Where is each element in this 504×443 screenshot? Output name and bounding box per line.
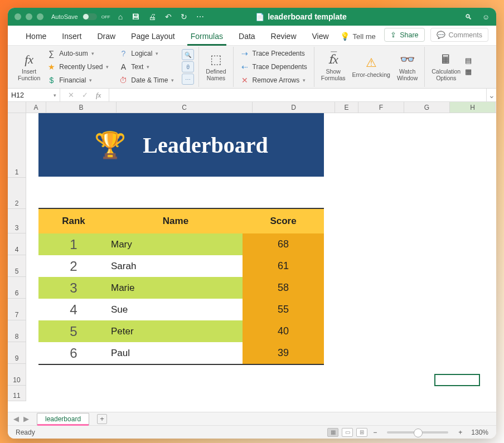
tab-home[interactable]: Home <box>18 32 54 45</box>
error-checking-button[interactable]: ⚠ Error-checking <box>350 56 392 78</box>
cell-name[interactable]: Marie <box>109 283 243 294</box>
sheet-nav-prev[interactable]: ◀ <box>11 415 21 423</box>
tab-review[interactable]: Review <box>263 32 304 45</box>
remove-arrows-button[interactable]: ✕Remove Arrows▾ <box>238 74 309 86</box>
zoom-level[interactable]: 130% <box>471 429 488 436</box>
column-header-H[interactable]: H <box>450 102 496 113</box>
cell-score[interactable]: 55 <box>243 299 324 320</box>
search-icon[interactable]: 🔍︎ <box>465 13 472 21</box>
cell-rank[interactable]: 4 <box>38 302 109 318</box>
row-header-6[interactable]: 6 <box>8 277 26 299</box>
cell-name[interactable]: Sue <box>109 304 243 315</box>
tab-view[interactable]: View <box>304 32 337 45</box>
cells-area[interactable]: 🏆 Leaderboard Rank Name Score 1Mary682Sa… <box>26 113 496 412</box>
app-window: AutoSave OFF ⌂ 💾︎ 🖨︎ ↶ ↻ ⋯ 📄 leaderboard… <box>8 8 496 439</box>
row-header-1[interactable]: 1 <box>8 113 26 178</box>
tab-page-layout[interactable]: Page Layout <box>123 32 183 45</box>
cell-score[interactable]: 39 <box>243 342 324 364</box>
page-break-view-button[interactable]: ⊞ <box>356 428 367 437</box>
cell-score[interactable]: 40 <box>243 320 324 342</box>
tab-formulas[interactable]: Formulas <box>183 32 231 45</box>
select-all-corner[interactable] <box>8 102 26 113</box>
cell-rank[interactable]: 5 <box>38 324 109 339</box>
column-header-G[interactable]: G <box>404 102 450 113</box>
cell-rank[interactable]: 3 <box>38 280 109 296</box>
show-formulas-button[interactable]: f̅x Show Formulas <box>319 52 348 81</box>
calc-now-button[interactable]: ▤ <box>465 56 475 66</box>
zoom-out-button[interactable]: − <box>371 429 379 436</box>
text-label: Text <box>131 63 143 71</box>
cell-rank[interactable]: 6 <box>38 345 109 361</box>
column-header-B[interactable]: B <box>46 102 117 113</box>
row-header-3[interactable]: 3 <box>8 209 26 233</box>
close-window-button[interactable] <box>14 13 21 20</box>
tell-me-search[interactable]: 💡 Tell me <box>340 32 376 45</box>
star-icon: ★ <box>47 62 56 71</box>
home-icon[interactable]: ⌂ <box>118 12 123 21</box>
date-time-button[interactable]: ⏱Date & Time▾ <box>117 74 176 86</box>
lookup-button[interactable]: 🔍 <box>182 49 194 60</box>
cancel-formula-icon[interactable]: ✕ <box>68 91 74 99</box>
minimize-window-button[interactable] <box>26 13 32 20</box>
insert-function-button[interactable]: fx Insert Function <box>16 52 42 81</box>
row-header-8[interactable]: 8 <box>8 320 26 342</box>
sheet-nav-next[interactable]: ▶ <box>21 415 31 423</box>
comments-button[interactable]: 💬 Comments <box>430 28 488 42</box>
chevron-down-icon: ▾ <box>156 51 158 56</box>
zoom-in-button[interactable]: + <box>456 429 464 436</box>
expand-formula-bar[interactable]: ⌄ <box>486 89 496 101</box>
fx-icon[interactable]: fx <box>96 91 101 100</box>
name-box[interactable]: H12 ▾ <box>8 89 60 101</box>
share-button[interactable]: ⇪ Share <box>384 28 424 42</box>
cell-name[interactable]: Peter <box>109 326 243 337</box>
trace-dependents-button[interactable]: ⇠Trace Dependents <box>238 61 309 73</box>
cell-name[interactable]: Sarah <box>109 261 243 272</box>
row-header-2[interactable]: 2 <box>8 178 26 209</box>
tab-data[interactable]: Data <box>231 32 263 45</box>
cell-score[interactable]: 68 <box>243 233 324 255</box>
text-button[interactable]: AText▾ <box>117 61 176 73</box>
chevron-down-icon: ▾ <box>91 51 94 56</box>
table-row: 2Sarah61 <box>38 255 324 277</box>
row-header-9[interactable]: 9 <box>8 342 26 364</box>
column-header-F[interactable]: F <box>358 102 404 113</box>
defined-names-button[interactable]: ⬚ Defined Names <box>203 52 228 81</box>
row-header-5[interactable]: 5 <box>8 255 26 277</box>
autosum-button[interactable]: ∑Auto-sum▾ <box>45 47 111 60</box>
logical-button[interactable]: ?Logical▾ <box>117 47 176 60</box>
tab-draw[interactable]: Draw <box>89 32 123 45</box>
calc-sheet-button[interactable]: ▦ <box>465 67 475 77</box>
tab-insert[interactable]: Insert <box>54 32 89 45</box>
cell-name[interactable]: Mary <box>109 239 243 250</box>
autosave-toggle[interactable]: AutoSave OFF <box>51 13 110 20</box>
zoom-slider[interactable] <box>387 431 448 434</box>
column-header-A[interactable]: A <box>26 102 46 113</box>
add-sheet-button[interactable]: + <box>97 414 107 424</box>
watch-window-button[interactable]: 👓 Watch Window <box>395 52 420 81</box>
cell-score[interactable]: 58 <box>243 277 324 299</box>
cell-rank[interactable]: 1 <box>38 237 109 252</box>
financial-button[interactable]: $Financial▾ <box>45 74 111 86</box>
cell-name[interactable]: Paul <box>109 348 243 359</box>
accept-formula-icon[interactable]: ✓ <box>82 91 88 99</box>
recently-used-button[interactable]: ★Recently Used▾ <box>45 61 111 73</box>
active-cell[interactable] <box>434 374 480 386</box>
column-header-D[interactable]: D <box>253 102 335 113</box>
row-header-10[interactable]: 10 <box>8 364 26 386</box>
row-header-7[interactable]: 7 <box>8 299 26 320</box>
page-layout-view-button[interactable]: ▭ <box>342 428 353 437</box>
cell-score[interactable]: 61 <box>243 255 324 277</box>
row-header-4[interactable]: 4 <box>8 233 26 255</box>
trace-precedents-button[interactable]: ⇢Trace Precedents <box>238 47 309 60</box>
maximize-window-button[interactable] <box>37 13 43 20</box>
sheet-tab-leaderboard[interactable]: leaderboard <box>37 413 89 425</box>
normal-view-button[interactable]: ▦ <box>327 428 338 437</box>
column-header-C[interactable]: C <box>117 102 253 113</box>
column-header-E[interactable]: E <box>335 102 358 113</box>
math-button[interactable]: θ <box>182 61 194 72</box>
account-icon[interactable]: ☺ <box>482 13 490 21</box>
row-header-11[interactable]: 11 <box>8 386 26 401</box>
calculation-options-button[interactable]: 🖩 Calculation Options <box>429 52 463 81</box>
more-functions-button[interactable]: ⋯ <box>182 74 194 85</box>
cell-rank[interactable]: 2 <box>38 259 109 274</box>
